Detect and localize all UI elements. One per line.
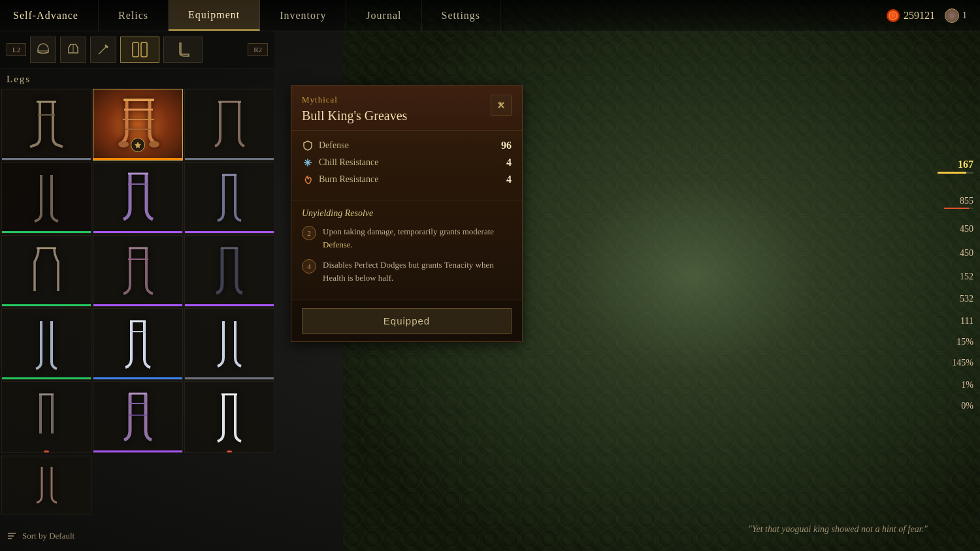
rarity-bar-12 [185, 377, 274, 379]
stat-val-8: 15% [956, 337, 973, 347]
stat-row-burn: Burn Resistance 4 [302, 174, 512, 185]
item-cell-5[interactable] [93, 162, 183, 234]
item-cell-1[interactable] [1, 89, 91, 161]
stat-val-6: 532 [960, 294, 973, 304]
item-cell-6[interactable] [184, 162, 274, 234]
sort-label: Sort by Default [22, 531, 74, 541]
chill-icon [302, 157, 314, 168]
stat-val-9: 145% [952, 358, 973, 368]
nav-journal[interactable]: Journal [346, 0, 421, 31]
r2-button[interactable]: R2 [248, 43, 268, 56]
equipped-button[interactable]: Equipped [302, 308, 512, 334]
stat-val-3: 450 [960, 224, 973, 234]
detail-close-button[interactable] [491, 95, 512, 116]
stat-label-chill: Chill Resistance [302, 157, 378, 168]
stat-val-4: 450 [960, 248, 973, 259]
detail-rarity: Mythical [302, 95, 407, 105]
item-cell-13[interactable] [1, 381, 91, 453]
stat-label-defense: Defense [302, 140, 349, 151]
top-navigation: Self-Advance Relics Equipment Inventory … [0, 0, 980, 31]
item-icon-11 [100, 314, 176, 374]
svg-rect-7 [141, 42, 147, 57]
nav-inventory[interactable]: Inventory [260, 0, 346, 31]
stat-top-value: 167 [938, 159, 973, 170]
sort-icon [7, 531, 17, 541]
section-label: Legs [0, 69, 274, 87]
currency-display: 259121 [887, 9, 935, 22]
perk-num-2: 4 [302, 259, 316, 274]
slot-legs-active[interactable] [120, 37, 159, 63]
stat-value-chill: 4 [506, 157, 512, 168]
nav-equipment[interactable]: Equipment [169, 0, 260, 31]
equipped-badge-2 [131, 138, 145, 152]
player-avatar [945, 8, 959, 23]
detail-panel: Mythical Bull King's Greaves Defense 96 [291, 85, 523, 342]
rarity-bar-13 [44, 450, 49, 452]
item-cell-12[interactable] [184, 308, 274, 380]
perk-text-2: Disables Perfect Dodges but grants Tenac… [323, 259, 512, 284]
stat-val-11: 0% [961, 401, 973, 411]
player-level: 1 [962, 10, 967, 21]
item-cell-14[interactable] [93, 381, 183, 453]
slot-helm[interactable] [30, 37, 56, 63]
perk-title: Unyielding Resolve [302, 208, 512, 219]
item-cell-16[interactable] [1, 456, 91, 514]
nav-self-advance[interactable]: Self-Advance [0, 0, 99, 31]
item-cell-11[interactable] [93, 308, 183, 380]
page-indicator: R2 [248, 43, 268, 56]
item-icon-6 [191, 168, 267, 228]
player-display: 1 [945, 8, 967, 23]
stat-val-5: 152 [960, 272, 973, 282]
nav-settings[interactable]: Settings [422, 0, 501, 31]
item-cell-3[interactable] [184, 89, 274, 161]
rarity-bar-14 [93, 450, 182, 452]
items-grid [0, 87, 274, 454]
item-icon-12 [191, 314, 267, 374]
rarity-bar-8 [93, 304, 182, 306]
item-icon-14 [100, 387, 176, 447]
perk-text-1: Upon taking damage, temporarily grants m… [323, 225, 512, 251]
nav-relics[interactable]: Relics [99, 0, 169, 31]
stat-top-bar [938, 172, 966, 174]
item-icon-10 [8, 314, 84, 374]
item-cell-9[interactable] [184, 235, 274, 307]
stat-value-burn: 4 [506, 174, 512, 185]
sort-button[interactable]: Sort by Default [7, 531, 74, 541]
rarity-bar-10 [2, 377, 91, 379]
detail-stats: Defense 96 Chill Resistance 4 [291, 131, 522, 200]
stat-val-7: 111 [960, 316, 973, 326]
l2-button[interactable]: L2 [7, 43, 26, 56]
quote-text: "Yet that yaoguai king showed not a hint… [748, 524, 928, 535]
rarity-bar-7 [2, 304, 91, 306]
item-icon-4 [8, 168, 84, 228]
item-icon-15 [191, 387, 267, 447]
item-cell-8[interactable] [93, 235, 183, 307]
item-icon-8 [100, 241, 176, 301]
item-cell-10[interactable] [1, 308, 91, 380]
item-icon-3 [191, 95, 267, 155]
item-cell-2[interactable] [93, 89, 183, 161]
rarity-bar-15 [227, 450, 232, 452]
item-cell-4[interactable] [1, 162, 91, 234]
item-icon-1 [8, 95, 84, 155]
stat-val-10: 1% [961, 380, 973, 390]
currency-value: 259121 [904, 10, 935, 22]
slot-chest[interactable] [60, 37, 86, 63]
rarity-bar-3 [185, 158, 274, 160]
item-icon-13 [8, 387, 84, 447]
slot-boots[interactable] [163, 37, 203, 63]
item-cell-7[interactable] [1, 235, 91, 307]
rarity-bar-5 [93, 231, 182, 233]
rarity-bar-2 [93, 158, 182, 160]
rarity-bar-11 [93, 377, 182, 379]
perk-entry-1: 2 Upon taking damage, temporarily grants… [302, 225, 512, 251]
svg-point-9 [149, 141, 159, 148]
left-panel: L2 [0, 31, 274, 551]
item-icon-7 [8, 241, 84, 301]
slot-weapon[interactable] [90, 37, 116, 63]
rarity-bar-1 [2, 158, 91, 160]
item-cell-15[interactable] [184, 381, 274, 453]
stat-row-defense: Defense 96 [302, 140, 512, 151]
stats-panel: 167 855 450 450 152 532 111 15% 145% 1% … [934, 31, 980, 551]
detail-name: Bull King's Greaves [302, 108, 407, 123]
